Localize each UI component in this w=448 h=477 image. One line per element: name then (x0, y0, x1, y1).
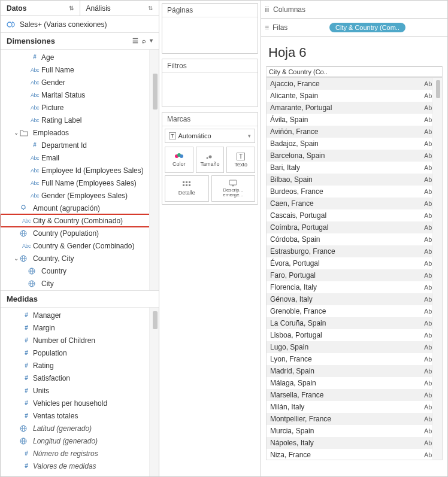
dimension-item[interactable]: ⌄Country, City (1, 252, 159, 265)
table-row[interactable]: Madrid, SpainAbc (267, 365, 442, 377)
dimension-item[interactable]: ▸AbcGender (Employees Sales) (1, 189, 159, 202)
table-row[interactable]: Évora, PortugalAbc (267, 257, 442, 269)
measure-item[interactable]: #Número de registros (1, 447, 159, 460)
tab-analysis[interactable]: Análisis ⇅ (80, 1, 159, 16)
columns-shelf[interactable]: ⅲ Columnas (261, 1, 447, 19)
dimension-label: Email (41, 154, 155, 162)
table-row[interactable]: Lyon, FranceAbc (267, 353, 442, 365)
tab-data[interactable]: Datos ⇅ (1, 1, 80, 16)
table-row[interactable]: Génova, ItalyAbc (267, 293, 442, 305)
dimension-item[interactable]: ▸Country (Population) (1, 227, 159, 239)
table-row[interactable]: Murcia, SpainAbc (267, 425, 442, 437)
table-row[interactable]: Florencia, ItalyAbc (267, 281, 442, 293)
table-row[interactable]: Badajoz, SpainAbc (267, 138, 442, 150)
dimension-item[interactable]: ▸AbcMarital Status (1, 89, 159, 101)
dimension-item[interactable]: ▸AbcFull Name (1, 63, 159, 76)
dimensions-list[interactable]: ▸#Age▸AbcFull Name▸AbcGender▸AbcMarital … (1, 50, 159, 290)
table-row[interactable]: Amarante, PortugalAbc (267, 102, 442, 114)
measure-item[interactable]: #Population (1, 347, 159, 359)
measure-item[interactable]: #Vehicles per household (1, 397, 159, 409)
dimension-item[interactable]: ▸#Department Id (1, 139, 159, 151)
table-row[interactable]: Faro, PortugalAbc (267, 269, 442, 281)
dimension-item[interactable]: ▸Amount (agrupación) (1, 202, 159, 214)
table-row[interactable]: Lugo, SpainAbc (267, 341, 442, 353)
row-pill-label: City & Country (Com.. (335, 24, 399, 31)
search-icon[interactable]: ⌕ (142, 37, 146, 45)
mark-tooltip-button[interactable]: Descrip... emerge... (211, 175, 256, 202)
table-row[interactable]: Bari, ItalyAbc (267, 162, 442, 174)
scrollbar[interactable] (432, 78, 442, 460)
table-row[interactable]: Aviñón, FranceAbc (267, 126, 442, 138)
expand-icon[interactable]: ⌄ (13, 255, 20, 262)
table-row[interactable]: Cascais, PortugalAbc (267, 209, 442, 221)
table-row[interactable]: Ávila, SpainAbc (267, 114, 442, 126)
table-row[interactable]: Bilbao, SpainAbc (267, 174, 442, 186)
measure-item[interactable]: #Satisfaction (1, 372, 159, 384)
table-row[interactable]: Nápoles, ItalyAbc (267, 437, 442, 449)
table-row[interactable]: La Coruña, SpainAbc (267, 317, 442, 329)
mark-color-button[interactable]: Color (165, 147, 193, 173)
dimension-item[interactable]: ▸City (1, 277, 159, 290)
view-list-icon[interactable]: ☰ (132, 37, 138, 45)
cell-city-country: Alicante, Spain (267, 92, 422, 100)
table-row[interactable]: Barcelona, SpainAbc (267, 150, 442, 162)
dimension-item[interactable]: ▸AbcPicture (1, 101, 159, 114)
table-row[interactable]: Caen, FranceAbc (267, 198, 442, 209)
dimension-item[interactable]: ▸AbcEmail (1, 151, 159, 164)
mark-size-button[interactable]: Tamaño (196, 147, 225, 173)
table-row[interactable]: Alicante, SpainAbc (267, 90, 442, 102)
measure-item[interactable]: #Units (1, 384, 159, 397)
dimension-item[interactable]: ▸AbcEmployee Id (Employees Sales) (1, 164, 159, 177)
measure-item[interactable]: #Number of Children (1, 334, 159, 347)
measures-header: Medidas (1, 290, 159, 308)
table-row[interactable]: Grenoble, FranceAbc (267, 305, 442, 317)
mark-detail-button[interactable]: Detalle (165, 175, 209, 202)
dimension-item[interactable]: ▸AbcGender (1, 76, 159, 89)
measure-item[interactable]: Latitud (generado) (1, 422, 159, 435)
marks-card[interactable]: Marcas T Automático ▾ Color (162, 112, 258, 205)
table-row[interactable]: Coímbra, PortugalAbc (267, 221, 442, 233)
dimension-item[interactable]: ▸Country (1, 265, 159, 277)
measures-list[interactable]: #Manager#Margin#Number of Children#Popul… (1, 308, 159, 476)
measure-item[interactable]: Longitud (generado) (1, 435, 159, 447)
cell-city-country: Montpellier, France (267, 415, 422, 423)
svg-point-21 (180, 154, 183, 158)
table-row[interactable]: Estrasburgo, FranceAbc (267, 245, 442, 257)
measure-item[interactable]: #Valores de medidas (1, 460, 159, 472)
scrollbar[interactable] (149, 50, 159, 290)
dimension-item[interactable]: ▸AbcCountry & Gender (Combinado) (1, 239, 159, 252)
table-row[interactable]: Lisboa, PortugalAbc (267, 329, 442, 341)
dimension-item[interactable]: ⌄Empleados (1, 126, 159, 139)
row-pill-city-country[interactable]: City & Country (Com.. (329, 23, 405, 32)
datasource-row[interactable]: Sales+ (Varias conexiones) (1, 16, 159, 33)
table-row[interactable]: Córdoba, SpainAbc (267, 233, 442, 245)
table-row[interactable]: Ajaccio, FranceAbc (267, 78, 442, 90)
svg-point-0 (7, 22, 12, 27)
table-row[interactable]: Niza, FranceAbc (267, 449, 442, 460)
filters-card[interactable]: Filtros (162, 59, 258, 107)
rows-shelf[interactable]: ≡ Filas City & Country (Com.. (261, 19, 447, 37)
measure-item[interactable]: #Manager (1, 309, 159, 321)
expand-icon[interactable]: ⌄ (13, 129, 20, 136)
table-row[interactable]: Burdeos, FranceAbc (267, 186, 442, 198)
measure-item[interactable]: #Margin (1, 321, 159, 334)
sheet-title[interactable]: Hoja 6 (268, 45, 440, 60)
column-header[interactable]: City & Country (Co.. (267, 67, 412, 77)
table-row[interactable]: Marsella, FranceAbc (267, 389, 442, 401)
dimension-item[interactable]: ▸AbcFull Name (Employees Sales) (1, 177, 159, 189)
dimension-item[interactable]: ▸AbcRating Label (1, 114, 159, 126)
table-row[interactable]: Málaga, SpainAbc (267, 377, 442, 389)
table-row[interactable]: Milán, ItalyAbc (267, 401, 442, 413)
dimension-item[interactable]: ▸#Age (1, 51, 159, 63)
measure-item[interactable]: #Rating (1, 359, 159, 372)
pages-card[interactable]: Páginas (162, 3, 258, 54)
svg-rect-27 (189, 181, 190, 183)
scrollbar[interactable] (149, 308, 159, 476)
dimension-item[interactable]: ▸AbcCity & Country (Combinado) (1, 214, 159, 227)
mark-type-select[interactable]: T Automático ▾ (165, 129, 255, 143)
table-row[interactable]: Montpellier, FranceAbc (267, 413, 442, 425)
measure-item[interactable]: #Ventas totales (1, 409, 159, 422)
mark-text-button[interactable]: T Texto (226, 147, 255, 173)
menu-icon[interactable]: ▾ (150, 37, 153, 45)
data-list[interactable]: Ajaccio, FranceAbcAlicante, SpainAbcAmar… (266, 77, 443, 460)
